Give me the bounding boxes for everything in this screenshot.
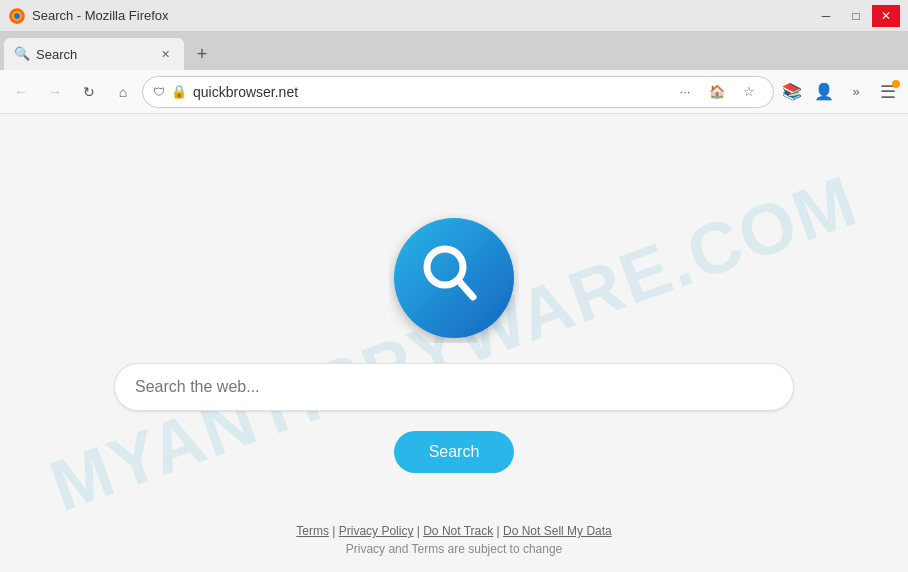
donottrack-link[interactable]: Do Not Track — [423, 524, 493, 538]
new-tab-button[interactable]: + — [188, 40, 216, 68]
maximize-button[interactable]: □ — [842, 5, 870, 27]
navigation-bar: ← → ↻ ⌂ 🛡 🔒 ··· 🏠 ☆ 📚 👤 » ☰ — [0, 70, 908, 114]
address-extras: ··· 🏠 ☆ — [671, 78, 763, 106]
extensions-button[interactable]: » — [842, 78, 870, 106]
site-lock-icon: 🔒 — [171, 84, 187, 99]
home-button[interactable]: ⌂ — [108, 77, 138, 107]
svg-point-3 — [394, 218, 514, 338]
search-button[interactable]: Search — [394, 431, 514, 473]
tab-bar: 🔍 Search ✕ + — [0, 32, 908, 70]
tab-label: Search — [36, 47, 150, 62]
tab-close-button[interactable]: ✕ — [156, 45, 174, 63]
footer: Terms | Privacy Policy | Do Not Track | … — [0, 524, 908, 556]
titlebar: Search - Mozilla Firefox ─ □ ✕ — [0, 0, 908, 32]
footer-note: Privacy and Terms are subject to change — [0, 542, 908, 556]
footer-links: Terms | Privacy Policy | Do Not Track | … — [0, 524, 908, 538]
close-button[interactable]: ✕ — [872, 5, 900, 27]
refresh-button[interactable]: ↻ — [74, 77, 104, 107]
window-controls: ─ □ ✕ — [812, 5, 900, 27]
forward-button[interactable]: → — [40, 77, 70, 107]
more-options-button[interactable]: ··· — [671, 78, 699, 106]
browser-tab-search[interactable]: 🔍 Search ✕ — [4, 38, 184, 70]
terms-link[interactable]: Terms — [296, 524, 329, 538]
search-input-container — [114, 363, 794, 411]
firefox-logo-icon — [8, 7, 26, 25]
minimize-button[interactable]: ─ — [812, 5, 840, 27]
back-button[interactable]: ← — [6, 77, 36, 107]
content-inner: Search — [114, 213, 794, 473]
menu-button[interactable]: ☰ — [874, 78, 902, 106]
svg-point-2 — [14, 13, 20, 19]
bookmark-button[interactable]: ☆ — [735, 78, 763, 106]
search-web-input[interactable] — [135, 378, 773, 396]
titlebar-left: Search - Mozilla Firefox — [8, 7, 169, 25]
shield-icon: 🛡 — [153, 85, 165, 99]
sync-button[interactable]: 👤 — [810, 78, 838, 106]
address-bar[interactable]: 🛡 🔒 ··· 🏠 ☆ — [142, 76, 774, 108]
window-title: Search - Mozilla Firefox — [32, 8, 169, 23]
search-logo-icon — [389, 213, 519, 343]
privacy-link[interactable]: Privacy Policy — [339, 524, 414, 538]
donotsell-link[interactable]: Do Not Sell My Data — [503, 524, 612, 538]
address-input[interactable] — [193, 84, 665, 100]
tab-favicon-icon: 🔍 — [14, 46, 30, 62]
library-button[interactable]: 📚 — [778, 78, 806, 106]
pocket-button[interactable]: 🏠 — [703, 78, 731, 106]
page-content: MYANTISPYWARE.COM Search — [0, 114, 908, 572]
